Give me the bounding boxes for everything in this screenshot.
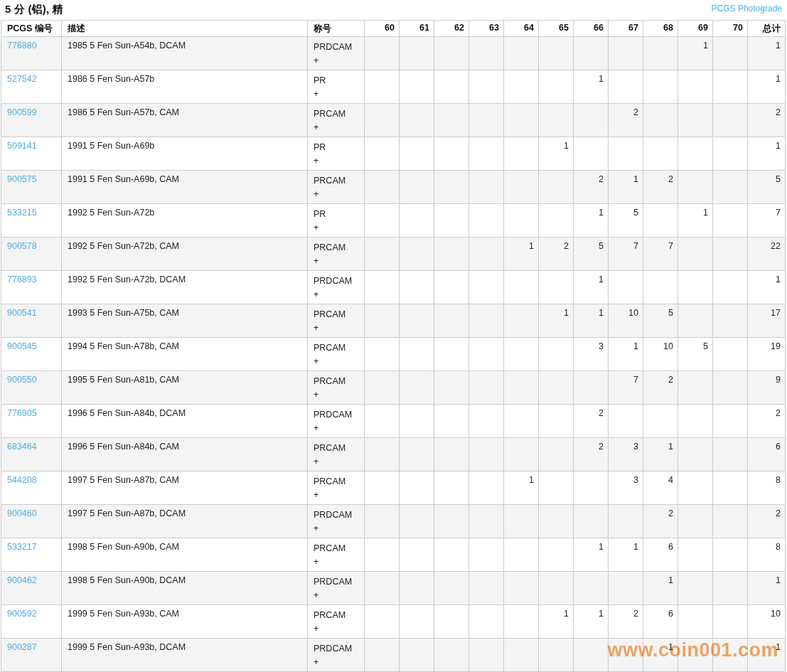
description-cell: 1997 5 Fen Sun-A87b, CAM (62, 471, 308, 505)
grade-69-count-cell (678, 405, 713, 438)
pcgs-number-link[interactable]: 509141 (7, 141, 37, 151)
pcgs-number-link[interactable]: 900462 (7, 575, 37, 585)
pcgs-number-link[interactable]: 776893 (7, 274, 37, 284)
grade-66-count-cell: 2 (574, 405, 609, 438)
grade-60-count-cell (365, 171, 400, 204)
grade-65-count-cell (539, 538, 574, 572)
grade-65-count-cell (539, 104, 574, 137)
designation-label: PRCAM (314, 241, 358, 255)
grade-65-count-cell: 1 (539, 304, 574, 338)
pcgs-number-link[interactable]: 533217 (7, 542, 37, 552)
grade-60-count-cell (365, 471, 400, 505)
grade-61-count-cell (400, 171, 434, 204)
description-cell: 1994 5 Fen Sun-A78b, CAM (62, 338, 308, 371)
total-count-cell: 1 (748, 639, 786, 672)
grade-61-count-cell (400, 271, 434, 304)
pcgs-number-link[interactable]: 900592 (7, 609, 37, 619)
pcgs-number-link[interactable]: 900545 (7, 341, 37, 351)
pcgs-number-cell: 683464 (1, 438, 62, 471)
grade-65-count-cell (539, 204, 574, 238)
grade-66-count-cell: 1 (574, 304, 609, 338)
grade-65-count-cell (539, 271, 574, 304)
description-cell: 1992 5 Fen Sun-A72b, DCAM (62, 271, 308, 304)
grade-63-count-cell (469, 271, 504, 304)
grade-64-count-cell (504, 70, 539, 104)
header-grade-61: 61 (400, 21, 434, 37)
pcgs-number-link[interactable]: 900541 (7, 308, 37, 318)
designation-plus: + (314, 355, 358, 368)
header-description: 描述 (62, 21, 308, 37)
grade-67-count-cell (609, 37, 643, 70)
header-grade-63: 63 (469, 21, 504, 37)
grade-63-count-cell (469, 204, 504, 238)
table-row: 7769051996 5 Fen Sun-A84b, DCAMPRDCAM+22 (1, 405, 786, 438)
grade-60-count-cell (365, 405, 400, 438)
pcgs-number-link[interactable]: 544208 (7, 475, 37, 485)
designation-plus: + (314, 455, 358, 469)
table-row: 5275421986 5 Fen Sun-A57bPR+11 (1, 70, 786, 104)
header-grade-65: 65 (539, 21, 574, 37)
pcgs-number-link[interactable]: 683464 (7, 442, 37, 452)
grade-64-count-cell (504, 605, 539, 639)
pcgs-number-link[interactable]: 900460 (7, 508, 37, 518)
grade-65-count-cell (539, 171, 574, 204)
grade-70-count-cell (713, 238, 748, 271)
grade-61-count-cell (400, 371, 434, 405)
grade-64-count-cell (504, 171, 539, 204)
grade-69-count-cell: 1 (678, 37, 713, 70)
table-row: 9005751991 5 Fen Sun-A69b, CAMPRCAM+2125 (1, 171, 786, 204)
designation-label: PRDCAM (314, 408, 358, 422)
pcgs-number-link[interactable]: 900578 (7, 241, 37, 251)
pcgs-number-link[interactable]: 900287 (7, 642, 37, 652)
grade-70-count-cell (713, 639, 748, 672)
designation-label: PRCAM (314, 308, 358, 321)
grade-69-count-cell (678, 538, 713, 572)
grade-60-count-cell (365, 137, 400, 171)
pcgs-number-cell: 900599 (1, 104, 62, 137)
pcgs-number-cell: 776893 (1, 271, 62, 304)
grade-66-count-cell: 1 (574, 605, 609, 639)
pcgs-number-link[interactable]: 527542 (7, 74, 37, 84)
pcgs-number-link[interactable]: 533215 (7, 208, 37, 218)
pcgs-number-cell: 544208 (1, 471, 62, 505)
grade-62-count-cell (434, 338, 469, 371)
description-cell: 1996 5 Fen Sun-A84b, DCAM (62, 405, 308, 438)
grade-65-count-cell (539, 37, 574, 70)
designation-plus: + (314, 489, 358, 502)
grade-65-count-cell (539, 471, 574, 505)
pcgs-photograde-link[interactable]: PCGS Photograde (712, 4, 782, 14)
designation-label: PRCAM (314, 542, 358, 555)
grade-66-count-cell (574, 572, 609, 605)
grade-62-count-cell (434, 204, 469, 238)
grade-64-count-cell (504, 137, 539, 171)
designation-plus: + (314, 87, 358, 101)
designation-label: PRCAM (314, 442, 358, 455)
grade-63-count-cell (469, 238, 504, 271)
pcgs-number-link[interactable]: 776880 (7, 41, 37, 50)
pcgs-number-link[interactable]: 776905 (7, 408, 37, 418)
designation-label: PRCAM (314, 107, 358, 121)
grade-69-count-cell (678, 171, 713, 204)
pcgs-number-link[interactable]: 900575 (7, 174, 37, 184)
grade-67-count-cell (609, 70, 643, 104)
table-row: 9002871999 5 Fen Sun-A93b, DCAMPRDCAM+11 (1, 639, 786, 672)
grade-69-count-cell: 1 (678, 204, 713, 238)
grade-63-count-cell (469, 338, 504, 371)
grade-63-count-cell (469, 538, 504, 572)
header-grade-69: 69 (678, 21, 713, 37)
designation-cell: PRDCAM+ (308, 572, 365, 605)
total-count-cell: 1 (748, 271, 786, 304)
grade-70-count-cell (713, 70, 748, 104)
grade-63-count-cell (469, 70, 504, 104)
grade-62-count-cell (434, 639, 469, 672)
grade-62-count-cell (434, 37, 469, 70)
grade-61-count-cell (400, 238, 434, 271)
pcgs-number-cell: 533217 (1, 538, 62, 572)
grade-62-count-cell (434, 271, 469, 304)
population-table: PCGS 编号 描述 称号 60 61 62 63 64 65 66 67 68… (1, 20, 786, 672)
pcgs-number-link[interactable]: 900599 (7, 107, 37, 117)
description-cell: 1986 5 Fen Sun-A57b (62, 70, 308, 104)
pcgs-number-cell: 900460 (1, 505, 62, 538)
grade-61-count-cell (400, 438, 434, 471)
pcgs-number-link[interactable]: 900550 (7, 375, 37, 385)
